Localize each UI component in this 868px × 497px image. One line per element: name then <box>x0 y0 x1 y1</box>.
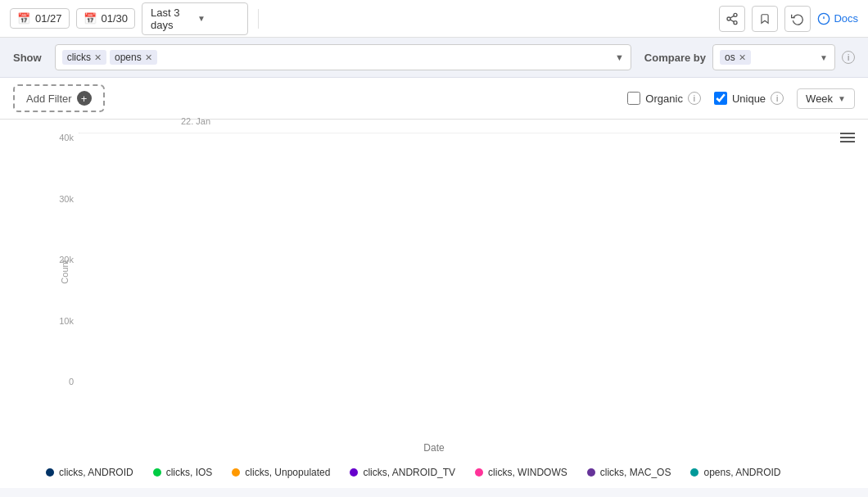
legend-dot-clicks-macos <box>587 468 595 477</box>
legend-label-clicks-unpopulated: clicks, Unpopulated <box>245 467 330 478</box>
end-date-input[interactable]: 📅 01/30 <box>76 8 136 29</box>
legend-item-clicks-macos: clicks, MAC_OS <box>587 467 671 478</box>
compare-tags-container[interactable]: os ✕ ▼ <box>712 44 835 70</box>
compare-chevron-icon: ▼ <box>820 53 828 62</box>
unique-label: Unique <box>732 93 766 105</box>
divider <box>258 9 259 29</box>
y-label-10k: 10k <box>59 316 74 326</box>
svg-point-2 <box>734 20 737 24</box>
legend-dot-clicks-android <box>46 468 54 477</box>
x-label-jan22: 22. Jan <box>181 116 210 126</box>
opens-tag-label: opens <box>115 52 142 63</box>
checkboxes-group: Organic i Unique i Week ▼ <box>627 88 855 109</box>
start-date-input[interactable]: 📅 01/27 <box>10 8 70 29</box>
grid-line-0 <box>79 133 855 133</box>
os-tag-label: os <box>725 52 735 63</box>
y-axis-title: Count <box>60 260 70 283</box>
legend-dot-clicks-androidtv <box>350 468 358 477</box>
opens-tag[interactable]: opens ✕ <box>110 50 157 65</box>
chart-inner: 22. Jan <box>79 133 855 133</box>
legend-item-clicks-ios: clicks, IOS <box>153 467 213 478</box>
hamburger-line-1 <box>840 133 855 134</box>
calendar-end-icon: 📅 <box>84 12 97 25</box>
legend-label-clicks-macos: clicks, MAC_OS <box>600 467 671 478</box>
legend-label-clicks-android: clicks, ANDROID <box>59 467 133 478</box>
unique-checkbox[interactable] <box>714 92 727 105</box>
period-select[interactable]: Last 3 days ▼ <box>142 2 248 35</box>
legend-dot-clicks-windows <box>475 468 483 477</box>
legend-label-clicks-androidtv: clicks, ANDROID_TV <box>363 467 455 478</box>
dot-start-android <box>75 312 84 322</box>
top-icons: Docs <box>719 6 858 32</box>
unique-info-icon[interactable]: i <box>771 92 784 105</box>
show-tags-container[interactable]: clicks ✕ opens ✕ ▼ <box>55 44 631 70</box>
legend-label-clicks-ios: clicks, IOS <box>166 467 213 478</box>
organic-checkbox-item[interactable]: Organic i <box>627 92 701 105</box>
history-button[interactable] <box>784 6 811 32</box>
legend-item-clicks-android: clicks, ANDROID <box>46 467 133 478</box>
docs-label: Docs <box>834 12 858 25</box>
compare-by-label: Compare by <box>644 52 706 64</box>
y-label-40k: 40k <box>59 133 74 142</box>
organic-info-icon[interactable]: i <box>688 92 701 105</box>
start-date-value: 01/27 <box>35 12 62 25</box>
legend: clicks, ANDROID clicks, IOS clicks, Unpo… <box>0 460 868 488</box>
week-label: Week <box>806 93 833 105</box>
top-bar: 📅 01/27 📅 01/30 Last 3 days ▼ <box>0 0 868 38</box>
y-label-30k: 30k <box>59 194 74 204</box>
end-date-value: 01/30 <box>102 12 129 25</box>
clicks-tag-close[interactable]: ✕ <box>94 52 102 63</box>
week-chevron-icon: ▼ <box>838 94 846 103</box>
hamburger-line-3 <box>840 141 855 142</box>
legend-dot-clicks-unpopulated <box>232 468 240 477</box>
svg-line-4 <box>730 16 735 18</box>
show-chevron-icon: ▼ <box>615 52 624 62</box>
clicks-tag-label: clicks <box>67 52 91 63</box>
plus-icon: + <box>77 91 92 106</box>
filter-bar: Show clicks ✕ opens ✕ ▼ Compare by os ✕ … <box>0 38 868 78</box>
opens-tag-close[interactable]: ✕ <box>145 52 152 63</box>
chevron-down-icon: ▼ <box>197 14 239 23</box>
legend-item-opens-android: opens, ANDROID <box>690 467 780 478</box>
add-filter-button[interactable]: Add Filter + <box>13 84 105 112</box>
compare-info-icon[interactable]: i <box>842 51 855 64</box>
week-select[interactable]: Week ▼ <box>797 88 855 109</box>
add-filter-label: Add Filter <box>26 93 72 105</box>
show-label: Show <box>13 52 42 64</box>
organic-label: Organic <box>645 93 683 105</box>
legend-dot-opens-android <box>690 468 698 477</box>
chart-container: 40k 30k 20k 10k 0 Count <box>13 133 855 411</box>
clicks-tag[interactable]: clicks ✕ <box>62 50 106 65</box>
unique-checkbox-item[interactable]: Unique i <box>714 92 784 105</box>
y-label-0: 0 <box>69 377 74 386</box>
legend-label-opens-android: opens, ANDROID <box>703 467 780 478</box>
share-button[interactable] <box>719 6 745 32</box>
calendar-start-icon: 📅 <box>17 12 30 25</box>
legend-item-clicks-unpopulated: clicks, Unpopulated <box>232 467 330 478</box>
legend-item-clicks-windows: clicks, WINDOWS <box>475 467 567 478</box>
legend-item-clicks-androidtv: clicks, ANDROID_TV <box>350 467 455 478</box>
os-tag[interactable]: os ✕ <box>720 50 751 65</box>
options-bar: Add Filter + Organic i Unique i Week ▼ <box>0 78 868 120</box>
organic-checkbox[interactable] <box>627 92 640 105</box>
hamburger-line-2 <box>840 137 855 138</box>
chart-area: 40k 30k 20k 10k 0 Count <box>0 120 868 439</box>
area-fill <box>79 133 868 378</box>
chart-menu-button[interactable] <box>840 133 855 142</box>
os-tag-close[interactable]: ✕ <box>739 52 746 63</box>
period-label: Last 3 days <box>151 7 192 31</box>
docs-button[interactable]: Docs <box>817 12 858 25</box>
compare-by-section: Compare by os ✕ ▼ i <box>644 44 855 70</box>
legend-label-clicks-windows: clicks, WINDOWS <box>488 467 567 478</box>
legend-dot-clicks-ios <box>153 468 161 477</box>
bookmark-button[interactable] <box>752 6 778 32</box>
x-axis-title: Date <box>0 439 868 460</box>
svg-point-1 <box>727 17 730 20</box>
svg-line-3 <box>730 20 735 22</box>
svg-point-0 <box>734 13 737 16</box>
